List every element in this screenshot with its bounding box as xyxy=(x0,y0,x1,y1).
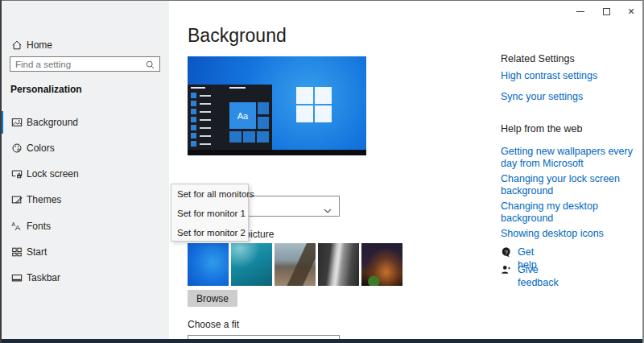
link-changing-lock-screen-background[interactable]: Changing your lock screen background xyxy=(501,173,644,197)
close-button[interactable]: × xyxy=(619,2,643,21)
sidebar-item-themes[interactable]: Themes xyxy=(0,188,169,211)
maximize-button[interactable] xyxy=(594,2,618,21)
thumbnail-teal-ocean[interactable] xyxy=(231,243,272,286)
choose-fit-label: Choose a fit xyxy=(188,319,239,330)
windows-logo-icon xyxy=(296,87,332,122)
menu-item-set-monitor-2[interactable]: Set for monitor 2 xyxy=(171,223,248,242)
sidebar-item-fonts[interactable]: AA Fonts xyxy=(0,215,169,238)
sidebar-item-lock-screen[interactable]: Lock screen xyxy=(0,163,169,185)
link-changing-desktop-background[interactable]: Changing my desktop background xyxy=(501,200,644,225)
search-box[interactable] xyxy=(10,56,160,72)
window-border-top xyxy=(0,0,644,1)
link-high-contrast-settings[interactable]: High contrast settings xyxy=(501,70,597,81)
page-title: Background xyxy=(188,25,287,47)
browse-button[interactable]: Browse xyxy=(188,290,237,307)
fonts-icon: AA xyxy=(11,221,23,232)
sidebar-item-label: Background xyxy=(27,111,78,134)
sidebar-item-taskbar[interactable]: Taskbar xyxy=(0,267,169,289)
search-icon[interactable] xyxy=(145,60,155,72)
svg-text:A: A xyxy=(15,223,21,232)
desktop-preview-image: Aa xyxy=(188,56,366,155)
sidebar-item-label: Taskbar xyxy=(27,267,60,289)
chevron-down-icon xyxy=(324,205,332,216)
get-help-icon: ? xyxy=(501,246,512,260)
window-border-left xyxy=(0,0,2,343)
themes-icon xyxy=(11,194,23,205)
thumbnail-night-camping[interactable] xyxy=(361,243,402,286)
minimize-button[interactable] xyxy=(568,2,592,21)
start-tiles-icon xyxy=(11,246,23,258)
sidebar-section-label: Personalization xyxy=(10,84,82,95)
sidebar: Home Personalization Background Colors xyxy=(0,0,169,339)
sidebar-item-label: Themes xyxy=(27,188,61,211)
link-showing-desktop-icons[interactable]: Showing desktop icons xyxy=(501,228,644,240)
thumbnail-gray-cliff[interactable] xyxy=(318,243,359,286)
thumbnail-windows-default-blue[interactable] xyxy=(188,243,229,286)
bottom-edge-bar xyxy=(0,339,644,343)
sidebar-item-home[interactable]: Home xyxy=(0,34,169,56)
give-feedback-link[interactable]: Give feedback xyxy=(518,263,559,289)
aa-tile: Aa xyxy=(229,102,256,129)
image-icon xyxy=(11,117,23,128)
palette-icon xyxy=(11,143,23,154)
sidebar-item-colors[interactable]: Colors xyxy=(0,137,169,159)
menu-item-set-monitor-1[interactable]: Set for monitor 1 xyxy=(171,204,248,223)
help-from-web-heading: Help from the web xyxy=(501,123,582,134)
thumbnail-beach-rocks[interactable] xyxy=(275,243,316,286)
settings-window: ← Settings × Home Personalization Backgr… xyxy=(0,0,644,343)
taskbar-preview xyxy=(188,150,366,155)
sidebar-item-label: Home xyxy=(27,34,52,56)
search-input[interactable] xyxy=(10,57,139,71)
sidebar-item-label: Colors xyxy=(27,137,55,159)
link-getting-new-wallpapers[interactable]: Getting new wallpapers every day from Mi… xyxy=(501,146,644,170)
sidebar-item-label: Start xyxy=(27,241,47,263)
sidebar-item-start[interactable]: Start xyxy=(0,241,169,263)
link-sync-your-settings[interactable]: Sync your settings xyxy=(501,91,583,102)
sidebar-item-label: Lock screen xyxy=(27,163,79,185)
taskbar-icon xyxy=(11,272,23,283)
minimize-icon xyxy=(576,11,584,12)
home-icon xyxy=(11,39,23,51)
sidebar-item-label: Fonts xyxy=(27,215,51,238)
context-menu: Set for all monitors Set for monitor 1 S… xyxy=(171,184,249,242)
related-settings-heading: Related Settings xyxy=(501,53,575,64)
give-feedback-icon xyxy=(501,264,512,278)
picture-thumbnails xyxy=(188,243,402,286)
start-menu-preview: Aa xyxy=(188,85,272,150)
menu-item-set-all-monitors[interactable]: Set for all monitors xyxy=(171,184,248,204)
lock-screen-icon xyxy=(11,168,23,180)
help-links-list: Getting new wallpapers every day from Mi… xyxy=(501,146,644,243)
close-icon: × xyxy=(628,6,634,17)
svg-text:?: ? xyxy=(505,249,508,256)
maximize-icon xyxy=(603,8,610,15)
sidebar-item-background[interactable]: Background xyxy=(0,111,169,134)
